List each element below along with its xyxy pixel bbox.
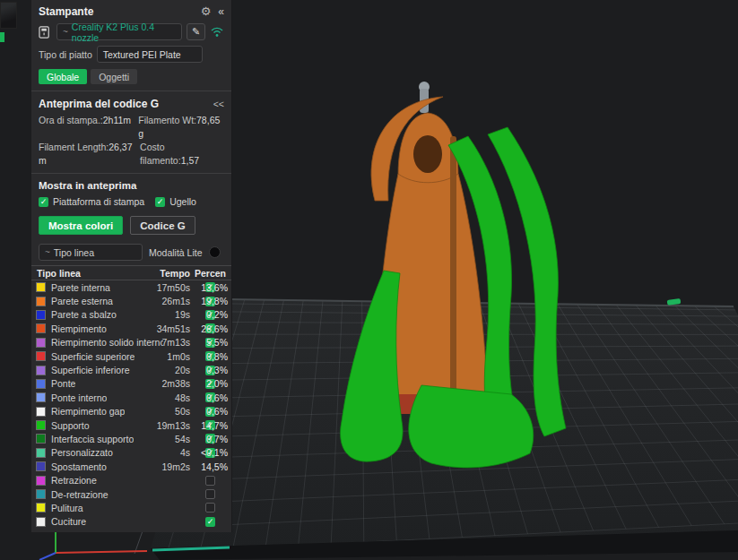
show-colors-button[interactable]: Mostra colori <box>39 216 123 235</box>
line-type-percent: 0,2% <box>206 309 228 320</box>
edit-printer-button[interactable]: ✎ <box>187 23 205 40</box>
table-row: Superficie inferiore20s✓0,3% <box>31 363 231 376</box>
line-type-color-swatch <box>37 297 45 306</box>
line-type-color-swatch <box>37 408 45 416</box>
table-row: Interfaccia supporto54s✓0,7% <box>31 432 231 445</box>
line-type-label: Supporto <box>51 420 90 431</box>
line-type-time: 54s <box>175 434 190 444</box>
line-type-select[interactable]: ~ Tipo linea <box>39 244 143 261</box>
tab-globale[interactable]: Globale <box>39 69 87 84</box>
collapsed-toolbar-thumbnail[interactable] <box>0 2 17 29</box>
line-type-color-swatch <box>37 435 45 443</box>
nozzle-checkbox-item[interactable]: ✓ Ugello <box>155 196 196 207</box>
line-type-select-value: Tipo linea <box>54 247 94 258</box>
table-row: Ponte interno48s✓0,6% <box>31 391 231 404</box>
table-row: Riempimento solido interno7m13s✓5,5% <box>31 336 231 349</box>
gear-icon[interactable]: ⚙ <box>201 4 212 18</box>
line-type-label: Riempimento gap <box>51 406 125 417</box>
print-time: Ora di stampa.:2h11m <box>39 114 138 141</box>
printer-icon <box>39 26 52 39</box>
line-type-label: De-retrazione <box>51 489 109 500</box>
line-type-color-swatch <box>37 421 45 429</box>
line-type-filter-row: ~ Tipo linea Modalità Lite <box>31 242 231 265</box>
filament-cost: Costo filamento:1,57 <box>140 141 224 168</box>
wave-icon: ~ <box>63 27 68 37</box>
z-axis <box>39 553 56 560</box>
preview-options: ✓ Piattaforma di stampa ✓ Ugello <box>31 194 231 212</box>
line-type-label: Retrazione <box>51 475 97 486</box>
line-type-visibility-checkbox[interactable]: ✓ <box>205 517 215 527</box>
table-row: Spostamento19m2s14,5% <box>31 460 231 473</box>
line-table-header: Tipo linea Tempo Percen <box>31 265 231 280</box>
collapse-section-icon[interactable]: << <box>213 99 224 109</box>
line-type-percent: 0,8% <box>206 351 228 362</box>
table-row: Riempimento gap50s✓0,6% <box>31 405 231 418</box>
line-type-percent: 0,7% <box>206 434 228 444</box>
line-type-visibility-checkbox[interactable] <box>205 476 215 486</box>
line-type-color-swatch <box>37 380 45 388</box>
printer-section-header: Stampante ⚙ « <box>31 0 231 22</box>
support-base-mass <box>409 385 534 468</box>
line-type-color-swatch <box>37 449 45 457</box>
line-type-label: Ponte <box>51 378 75 389</box>
nozzle-checkbox[interactable]: ✓ <box>155 197 165 207</box>
stat-line-2: Filament Length:26,37 m Costo filamento:… <box>39 141 224 168</box>
preview-title: Mostra in anteprima <box>31 174 231 194</box>
tab-oggetti[interactable]: Oggetti <box>91 69 137 84</box>
line-type-time: 4s <box>180 447 190 458</box>
line-type-percent: 0,3% <box>206 365 228 375</box>
line-type-percent: 13,6% <box>201 282 228 293</box>
printer-name: Creality K2 Plus 0.4 nozzle <box>72 22 176 43</box>
line-type-label: Interfaccia supporto <box>51 434 134 444</box>
line-type-color-swatch <box>37 352 45 360</box>
header-time: Tempo <box>160 268 190 279</box>
gcode-button[interactable]: Codice G <box>130 216 195 235</box>
line-type-color-swatch <box>37 504 45 512</box>
gcode-section-title: Anteprima del codice G <box>39 98 213 110</box>
filament-length: Filament Length:26,37 m <box>39 141 140 168</box>
table-row: Parete a sbalzo19s✓0,2% <box>31 308 231 322</box>
line-type-time: 1m0s <box>167 351 190 362</box>
lite-mode-toggle[interactable] <box>209 246 221 258</box>
table-row: Pulitura <box>31 501 231 514</box>
line-type-percent: 19,8% <box>201 296 228 306</box>
view-mode-buttons: Mostra colori Codice G <box>31 212 231 242</box>
line-type-visibility-checkbox[interactable] <box>205 503 215 513</box>
printer-select[interactable]: ~ Creality K2 Plus 0.4 nozzle <box>56 23 182 40</box>
pencil-icon: ✎ <box>192 26 200 38</box>
platform-checkbox-item[interactable]: ✓ Piattaforma di stampa <box>39 196 144 207</box>
line-type-time: 2m38s <box>161 378 190 389</box>
line-type-label: Ponte interno <box>51 392 107 403</box>
print-stats: Ora di stampa.:2h11m Filamento Wt:78,65 … <box>31 114 231 173</box>
platform-checkbox[interactable]: ✓ <box>39 197 48 207</box>
wave-icon: ~ <box>45 247 50 257</box>
wifi-icon[interactable] <box>210 26 224 38</box>
plate-type-select[interactable]: Textured PEI Plate <box>97 46 203 63</box>
line-type-color-swatch <box>37 311 45 319</box>
line-type-time: 19m2s <box>161 461 190 472</box>
line-type-time: 34m51s <box>157 323 190 334</box>
line-type-percent: 0,6% <box>206 406 228 417</box>
table-row: Cuciture✓ <box>31 515 231 529</box>
collapse-panel-icon[interactable]: « <box>218 5 224 18</box>
line-type-percent: 5,5% <box>206 337 228 348</box>
line-type-time: 7m13s <box>161 337 190 348</box>
line-type-label: Personalizzato <box>51 447 113 458</box>
app-window: Stampante ⚙ « ~ Creality K2 Plus 0.4 noz… <box>0 0 738 560</box>
line-type-visibility-checkbox[interactable] <box>205 489 215 499</box>
line-type-percent: 2,0% <box>206 378 228 389</box>
line-type-percent: <0,1% <box>201 447 228 458</box>
line-type-label: Cuciture <box>51 516 86 527</box>
table-row: Retrazione <box>31 473 231 487</box>
table-row: Personalizzato4s✓<0,1% <box>31 446 231 460</box>
line-type-label: Superficie superiore <box>51 351 135 362</box>
line-type-color-swatch <box>37 283 45 291</box>
line-type-percent: 14,7% <box>201 420 228 431</box>
left-rail-accent <box>0 32 4 42</box>
printer-section-title: Stampante <box>39 5 201 18</box>
model-staff <box>450 136 456 394</box>
line-type-color-swatch <box>37 339 45 347</box>
line-type-time: 20s <box>175 365 190 375</box>
gcode-section-header: Anteprima del codice G << <box>31 91 231 114</box>
table-row: Parete esterna26m1s✓19,8% <box>31 294 231 307</box>
